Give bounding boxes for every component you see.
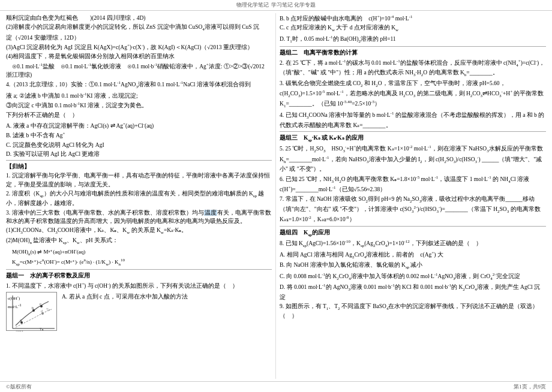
intro-block: 顺利沉淀由白色变为红褐色 )(2014 四川理综，4D) (2)溶解度小的沉淀易… [6, 14, 272, 119]
svg-text:T₂: T₂ [46, 307, 50, 311]
right-opt-c: C. c 点对应溶液的 Kw 大于 d 点对应溶液的 Kw [280, 23, 546, 33]
intro-line-5: (4)相同温度下，将是氧化银铜固体分别放入相同体积的百里纳水 [6, 52, 272, 61]
graph-area: c(OH-)mol·L-1 a [6, 292, 57, 331]
knowledge-block: 【归纳】 1. 沉淀溶解平衡与化学平衡、电离平衡一样，具有动态平衡的特征，平衡时… [6, 162, 272, 267]
intro-line-10: 下列分析不正确的是（ ） [6, 111, 272, 119]
header-subtitle: 学习笔记 化学专题 [271, 1, 316, 9]
topic2-q4: 4. 已知 CH3COONa 溶液中加等量的 b mol·L-1 的盐酸溶液混合… [280, 110, 546, 129]
knowledge-title: 【归纳】 [6, 162, 272, 171]
topic1-q1: 1. 不同温度下，水溶液中 c(H+) 与 c(OH-) 的关系如图所示，下列有… [6, 281, 272, 290]
right-opt-d: D. T1时，0.05 mol·L-1的 Ba(OH)2溶液的 pH=11 [280, 34, 546, 45]
topic1-title: 题组一 水的离子积常数及应用 [6, 272, 272, 280]
topic2-q2: 2. 在 25 ℃下，将 a mol·L-1的碳水与 0.01 mol·L-1的… [280, 58, 546, 79]
topic1-block: 题组一 水的离子积常数及应用 1. 不同温度下，水溶液中 c(H+) 与 c(O… [6, 272, 272, 331]
topic3-block: 题组三 Ksp·Kₐ 或 Kₒ·Kₐ 的应用 5. 25 ℃时，H2SO3 HS… [280, 134, 546, 224]
svg-text:b: b [32, 306, 34, 310]
separator-2 [6, 269, 272, 270]
topic3-q7: 7. 常温下，在 NaOH 溶液吸收 SO2得到 pH=9 的 Na2SO3溶液… [280, 195, 546, 224]
separator-r1 [280, 46, 546, 47]
k-formula: M(OH)n(s) ⇌ Mⁿ⁺(aq)+nOH-(aq) Ksp=c(Mⁿ⁺)·… [6, 247, 272, 268]
intro-line-8: 液 a; ②滤液 b 中滴加 0.1 mol·b-1KI 溶液，出现沉淀; [6, 91, 272, 100]
q4-opt-c: C. 沉淀颜色变化说明 AgCl 转化为 AgI [6, 141, 272, 149]
topic4-q8-optA: A. 相同 AgCl 溶液与相同 Ag2CrO4溶液相比，前者的 c(Ag+) … [280, 250, 546, 261]
topic4-q9: 9. 如图所示，有 T1、T2 不同温度下 BaSO4在水中的沉淀溶解平衡线，下… [280, 302, 546, 321]
separator-r3 [280, 226, 546, 227]
header-title: 物理化学笔记 [236, 1, 269, 9]
topic3-q6: 6. 已知 25 ℃时，NH3·H2O 的电离平衡常数 Kₒ=1.8×10-5 … [280, 174, 546, 194]
page-container: 物理化学笔记 学习笔记 化学专题 顺利沉淀由白色变为红褐色 )(2014 四川理… [0, 0, 552, 392]
k-item-2: 2. 溶度积（Ksp）的大小只与难溶电解质的性质和溶液的温度有关，相同类型的难溶… [6, 189, 272, 208]
k-item-4: (1)CH3COONa、CH3COOH溶液中，Kₐ、Kₒ、Kw 的关系是 Kw=… [6, 226, 272, 236]
footer-left: ©版权所有 [6, 383, 32, 391]
content-area: 顺利沉淀由白色变为红褐色 )(2014 四川理综，4D) (2)溶解度小的沉淀易… [0, 11, 552, 381]
intro-line-6: ⊙0.1 mol·L-1盐酸 ⊙0.1 mol·L-1氯化铁溶液 ⊙0.1 mo… [6, 62, 272, 80]
right-opt-b: B. b 点对应的酸碱中由水电离的 c(H+)=10-4 mol·L-1 [280, 14, 546, 23]
bottom-bar: ©版权所有 第1页，共9页 [0, 381, 552, 392]
k-item-1: 1. 沉淀溶解平衡与化学平衡、电离平衡一样，具有动态平衡的特征，平衡时溶液中各离… [6, 171, 272, 189]
left-column: 顺利沉淀由白色变为红褐色 )(2014 四川理综，4D) (2)溶解度小的沉淀易… [6, 13, 276, 379]
intro-line-1: 顺利沉淀由白色变为红褐色 )(2014 四川理综，4D) [6, 14, 272, 22]
intro-line-9: ③向沉淀 c 中滴加 0.1 mol·b-1KI 溶液，沉淀变为黄色。 [6, 101, 272, 110]
svg-text:c(OH-): c(OH-) [14, 330, 26, 331]
topic2-block: 题组二 电离平衡常数的计算 2. 在 25 ℃下，将 a mol·L-1的碳水与… [280, 49, 546, 129]
separator-1 [6, 160, 272, 161]
separator-r2 [280, 131, 546, 132]
intro-line-7: 4.（2013 北京理综，10）实验：①0.1 mol·L-1AgNO3溶液和 … [6, 80, 272, 91]
top-bar: 物理化学笔记 学习笔记 化学专题 [0, 0, 552, 11]
k-item-3: 3. 溶液中的三大常数（电离平衡常数、水的离子积常数、溶度积常数）均与温度有关，… [6, 209, 272, 226]
intro-line-3: 淀（√2014 安徽理综，12D） [6, 34, 272, 42]
topic4-q8-optC: C. 向 0.008 mol·L-1的 K2CrO4溶液中加入等体积的 0.00… [280, 272, 546, 282]
topic4-title: 题组四 Ksp的应用 [280, 228, 546, 238]
topic4-q8: 8. 已知 Ksp(AgCl)=1.56×10-10，Ksp(Ag2CrO4)=… [280, 239, 546, 249]
svg-text:c: c [40, 301, 41, 306]
intro-line-4: (3)AgCl 沉淀易转化为 AgI 沉淀且 K(AgX)=c(Ag+)·c(X… [6, 43, 272, 52]
topic4-q8-optD: D. 将 0.001 mol·L-1的 AgNO3溶液 0.001 mol·b-… [280, 282, 546, 301]
topic2-q3: 3. 碳氧化合物完全燃烧生成 CO2 和 H2O，常温常压下，空气中平衡时，溶液… [280, 79, 546, 110]
footer-right: 第1页，共9页 [514, 383, 546, 391]
topic3-q5: 5. 25 ℃时，H2SO3 HSO3-+H+的电离常数 Kₐ=1×10-2 m… [280, 144, 546, 173]
q4-options: A. 液液 a 中存在沉淀溶解平衡：AgCl(s) ⇌ Ag+(aq)+Cl-(… [6, 121, 272, 158]
k-item-5: (2)M(OH)n 盐溶液中 Ksp、Kw、pH 关系式： [6, 236, 272, 246]
q1-opt-a: A. 若从 a 点到 c 点，可采用在水中加入酸的方法 [62, 293, 272, 301]
graph-svg: a b c d c(OH-) T₁ T₂ [7, 293, 58, 331]
topic4-q8-optB: B. 向 NaOH 溶液中加入氯化铅溶液、氯化银的 Ksp 减小 [280, 261, 546, 270]
topic2-title: 题组二 电离平衡常数的计算 [280, 49, 546, 57]
svg-text:d: d [41, 309, 43, 313]
right-options-continued: B. b 点对应的酸碱中由水电离的 c(H+)=10-4 mol·L-1 C. … [280, 14, 546, 44]
svg-text:T₁: T₁ [40, 327, 44, 331]
q4-opt-a: A. 液液 a 中存在沉淀溶解平衡：AgCl(s) ⇌ Ag+(aq)+Cl-(… [6, 121, 272, 130]
q4-opt-b: B. 滤液 b 中不含有 Ag+ [6, 131, 272, 140]
intro-line-2: (2)溶解度小的沉淀易向溶解度更小的沉淀转化，所以 ZnS 沉淀中滴加 CuSO… [6, 23, 272, 32]
right-column: B. b 点对应的酸碱中由水电离的 c(H+)=10-4 mol·L-1 C. … [276, 13, 546, 379]
topic4-block: 题组四 Ksp的应用 8. 已知 Ksp(AgCl)=1.56×10-10，Ks… [280, 228, 546, 321]
topic3-title: 题组三 Ksp·Kₐ 或 Kₒ·Kₐ 的应用 [280, 134, 546, 143]
q1-options: A. 若从 a 点到 c 点，可采用在水中加入酸的方法 [62, 292, 272, 301]
q4-opt-d: D. 实验可以证明 AgI 比 AgCl 更难溶 [6, 150, 272, 158]
